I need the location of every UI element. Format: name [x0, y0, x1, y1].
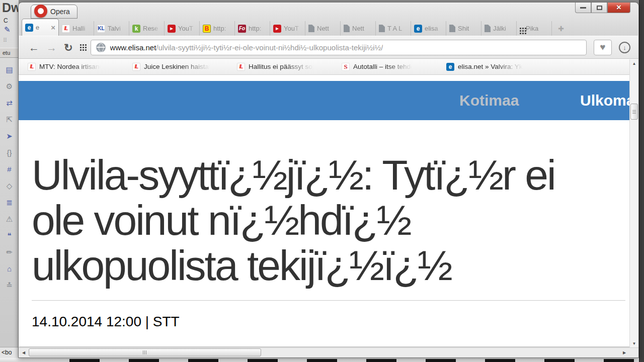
iltalehti-favicon: IL: [28, 63, 36, 71]
tab-b-site[interactable]: Bhttp:: [200, 21, 235, 36]
select-arrow-icon[interactable]: ➤: [6, 131, 13, 141]
tab-rese[interactable]: kRese: [129, 21, 165, 36]
desktop-right-edge: [639, 0, 644, 362]
globe-icon: [96, 43, 106, 52]
document-favicon: [344, 25, 350, 32]
youtube-favicon: ▶: [273, 25, 281, 33]
speed-dial-grid-icon: [520, 28, 521, 29]
minimize-button[interactable]: [575, 3, 591, 13]
scroll-right-arrow-icon[interactable]: ▶: [620, 348, 628, 357]
background-window-title: Dw: [0, 0, 19, 15]
vertical-scrollbar[interactable]: ▲ ▼: [629, 59, 638, 347]
url-path: /ulvila-syytti½ji½-tyti½r-ei-ole-voinut-…: [156, 43, 383, 52]
tab-label: e: [36, 24, 48, 31]
bookmarks-bar: ILMTV: Nordea irtisano ILJuice Leskinen …: [19, 59, 638, 75]
nav-link-kotimaa[interactable]: Kotimaa: [459, 81, 519, 120]
document-favicon: [308, 25, 314, 32]
panel-grip-icon[interactable]: ⠿: [0, 34, 19, 44]
opera-menu-label: Opera: [50, 8, 70, 16]
tag-diamond-icon[interactable]: ◇: [7, 181, 13, 191]
maximize-button[interactable]: [591, 3, 607, 13]
warning-icon[interactable]: ⚠: [6, 214, 13, 224]
bookmark-item[interactable]: SAutotalli – itse tehde: [342, 63, 433, 71]
bookmark-item[interactable]: ILJuice Leskinen haistatt: [132, 63, 224, 71]
tab-youtube-1[interactable]: ▶YouT: [165, 21, 200, 36]
new-document-icon[interactable]: ▤: [6, 65, 13, 75]
bookmark-item[interactable]: ILMTV: Nordea irtisano: [28, 63, 119, 71]
bookmark-label: Juice Leskinen haistatt: [144, 63, 213, 70]
tab-iltalehti-1[interactable]: ILHalli: [59, 21, 94, 36]
dw-tag-selector[interactable]: <bo: [0, 347, 19, 358]
dw-file-tab[interactable]: etu: [0, 48, 19, 58]
tab-label: http:: [213, 25, 231, 32]
address-bar[interactable]: www.elisa.net/ulvila-syytti½ji½-tyti½r-e…: [91, 40, 587, 55]
headline-line-1: Ulvila-syyttï¿½jï¿½: Tytï¿½r ei: [32, 152, 625, 198]
headline-line-2: ole voinut nï¿½hdï¿½: [32, 198, 625, 243]
tab-label: Nett: [317, 25, 337, 32]
article-headline: Ulvila-syyttï¿½jï¿½: Tytï¿½r ei ole voin…: [32, 152, 625, 288]
tab-fo-site[interactable]: Fohttp:: [235, 21, 270, 36]
kl-favicon: KL: [97, 25, 105, 33]
hash-anchor-icon[interactable]: #: [7, 164, 11, 174]
tab-netti-1[interactable]: Nett: [305, 21, 341, 36]
tab-shit[interactable]: Shit: [446, 21, 481, 36]
braces-icon[interactable]: {}: [7, 148, 12, 158]
tab-tal[interactable]: T A L: [376, 21, 411, 36]
bookmark-label: elisa.net » Valvira: Yks: [458, 63, 526, 70]
dw-toolbar-category-label: C: [0, 15, 19, 24]
document-favicon: [379, 25, 385, 32]
url-text: www.elisa.net/ulvila-syytti½ji½-tyti½r-e…: [110, 43, 383, 52]
tab-elisa-active[interactable]: e e ×: [22, 19, 59, 36]
comment-bubble-icon[interactable]: ❝: [7, 231, 11, 241]
document-favicon: [449, 25, 455, 32]
iltalehti-favicon: IL: [237, 63, 245, 71]
scroll-up-arrow-icon[interactable]: ▲: [630, 59, 638, 67]
tab-label: T A L: [387, 25, 408, 32]
tab-youtube-2[interactable]: ▶YouT: [270, 21, 305, 36]
list-lines-icon[interactable]: ≣: [6, 198, 13, 208]
edit-pencil-icon[interactable]: ✏: [6, 247, 13, 257]
tab-label: elisa: [425, 25, 443, 32]
tab-label: Talvi: [108, 25, 126, 32]
bookmark-item[interactable]: ILHallitus ei päässyt sop: [237, 63, 329, 71]
menu-grid-icon[interactable]: [80, 44, 82, 46]
maximize-icon: [597, 6, 602, 10]
tab-netti-2[interactable]: Nett: [341, 21, 376, 36]
bookmark-label: Hallitus ei päässyt sop: [249, 63, 316, 70]
tab-label: Jälki: [493, 25, 513, 32]
new-tab-button[interactable]: ✚: [552, 21, 570, 36]
gear-icon[interactable]: ⚙: [6, 81, 13, 92]
tab-close-icon[interactable]: ×: [51, 23, 55, 32]
taskbar-buttons: [69, 359, 637, 362]
forward-button[interactable]: →: [46, 42, 57, 53]
tab-elisa-2[interactable]: eelisa: [411, 21, 446, 36]
swap-tags-icon[interactable]: ⇄: [6, 98, 13, 108]
vertical-scroll-thumb[interactable]: [630, 104, 638, 120]
headline-divider: [32, 300, 625, 301]
taskbar-strip: [0, 358, 644, 362]
document-favicon: [485, 25, 491, 32]
horizontal-scrollbar[interactable]: ◀ ▶: [19, 347, 638, 357]
bookmark-heart-button[interactable]: ♥: [594, 40, 612, 55]
bookmark-item[interactable]: eelisa.net » Valvira: Yks: [446, 63, 538, 71]
close-button[interactable]: ×: [607, 3, 630, 13]
downloads-button[interactable]: ↓: [619, 42, 630, 53]
dw-tool-column: ▤ ⚙ ⇄ ⇱ ➤ {} # ◇ ≣ ⚠ ❝ ✏ ⌂ ≛: [0, 58, 19, 291]
reload-button[interactable]: ↻: [64, 42, 73, 53]
site-header-banner: Kotimaa Ulkomaat: [19, 81, 638, 120]
tab-label: Shit: [458, 25, 478, 32]
scroll-left-arrow-icon[interactable]: ◀: [20, 348, 28, 357]
horizontal-scroll-thumb[interactable]: [29, 348, 261, 356]
tab-speeddial[interactable]: Pika: [517, 21, 552, 36]
b-favicon: B: [203, 25, 211, 33]
opera-menu-button[interactable]: Opera: [31, 5, 77, 19]
anchor-corner-icon[interactable]: ⇱: [6, 115, 13, 125]
home-icon[interactable]: ⌂: [7, 264, 12, 274]
pen-tool-icon[interactable]: ✎: [0, 24, 19, 34]
back-button[interactable]: ←: [29, 42, 39, 53]
scroll-down-arrow-icon[interactable]: ▼: [630, 339, 638, 347]
tab-jalki[interactable]: Jälki: [481, 21, 517, 36]
elisa-favicon: e: [414, 25, 422, 33]
list-plus-icon[interactable]: ≛: [6, 281, 13, 291]
tab-kauppalehti[interactable]: KLTalvi: [94, 21, 129, 36]
